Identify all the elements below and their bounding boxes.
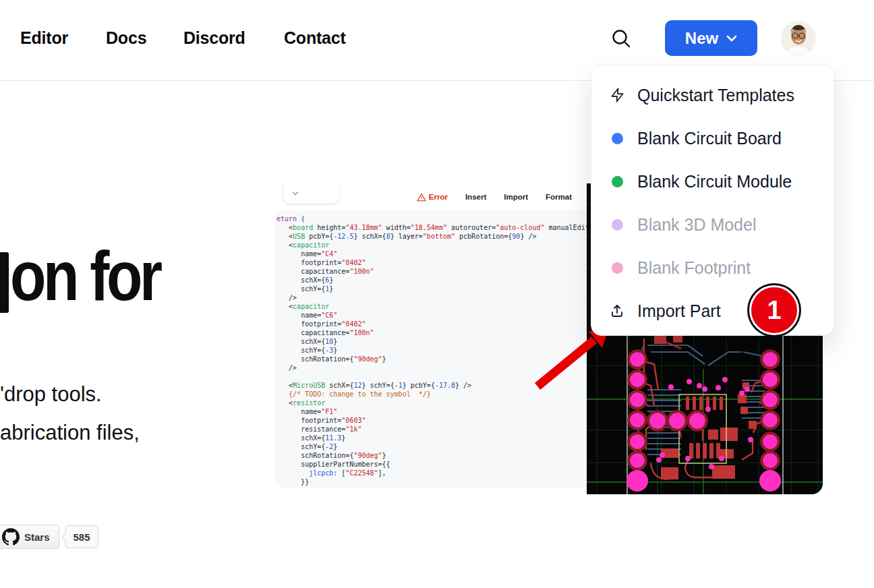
menu-item-quickstart-templates[interactable]: Quickstart Templates [591,74,834,117]
dot-icon [608,262,626,274]
page-paragraph: 'drop tools. abrication files, [0,375,140,452]
menu-item-blank-circuit-board[interactable]: Blank Circuit Board [591,117,834,160]
dot-icon [608,219,626,231]
menu-item-label: Blank Circuit Module [637,172,792,192]
lightning-icon [608,87,626,103]
page-heading: on for [10,240,160,313]
code-line [276,372,587,381]
menu-item-blank-3d-model: Blank 3D Model [591,203,834,246]
code-line: schRotation={"90deg"} [276,355,587,363]
menu-item-label: Blank 3D Model [637,215,756,235]
code-line: capacitance="100n" [276,267,587,276]
code-line: footprint="0603" [276,416,587,425]
code-line: schX={10} [276,337,587,346]
code-line: <capacitor [276,241,587,249]
code-line: schY={1} [276,285,587,293]
page: Editor Docs Discord Contact New on for '… [0,0,874,588]
insert-button: Insert [465,193,486,201]
menu-item-label: Import Part [637,301,721,321]
menu-item-label: Blank Circuit Board [637,129,782,148]
nav-link-docs[interactable]: Docs [106,28,146,48]
new-button-label: New [685,29,718,48]
dot-icon [608,133,626,144]
code-line: schY={-3} [276,346,587,355]
code-line: footprint="0402" [276,258,587,267]
code-line: schX={6} [276,276,587,285]
code-line: name="C6" [276,311,587,320]
code-line: /> [276,363,587,372]
code-line: <resistor [276,399,587,407]
github-stars-widget: Stars 585 [0,525,98,549]
error-label: Error [429,193,448,201]
code-line: resistance="1k" [276,425,587,434]
code-editor-screenshot: Error Insert Import Format eturn ( <boar… [275,183,587,494]
code-line: schX={11.3} [276,434,587,442]
code-line: }} [276,477,587,486]
github-stars-label: Stars [24,531,50,543]
code-line: <USB pcbY={-12.5} schX={8} layer="bottom… [276,232,587,241]
heading-partial-glyph [0,252,9,313]
new-dropdown-menu: Quickstart TemplatesBlank Circuit BoardB… [591,65,834,336]
code-lines: eturn ( <board height="43.18mm" width="1… [275,210,587,488]
github-stars-button[interactable]: Stars [0,525,59,549]
dropdown-menu-items: Quickstart TemplatesBlank Circuit BoardB… [591,74,834,332]
avatar[interactable] [781,21,816,56]
nav-link-discord[interactable]: Discord [183,28,245,48]
chevron-down-icon [726,35,737,42]
upload-icon [608,303,626,319]
paragraph-line: 'drop tools. [0,375,140,413]
code-line: <capacitor [276,302,587,311]
code-line: footprint="0402" [276,320,587,328]
new-button[interactable]: New [665,20,757,56]
menu-item-label: Blank Footprint [637,258,751,278]
chevron-down-icon [291,191,299,196]
code-line: supplierPartNumbers={{ [276,460,587,469]
editor-collapse-tab [283,183,339,204]
github-icon [2,528,20,546]
code-line: eturn ( [276,214,587,223]
code-line: /> [276,293,587,302]
dot-icon [608,176,626,187]
code-line: name="F1" [276,407,587,416]
code-line: schY={-2} [276,442,587,451]
nav-link-editor[interactable]: Editor [20,28,68,48]
github-stars-count[interactable]: 585 [65,525,98,548]
warning-icon [417,193,426,202]
code-line: schRotation={"90deg"} [276,451,587,460]
menu-item-blank-circuit-module[interactable]: Blank Circuit Module [591,160,834,203]
code-line: <board height="43.18mm" width="18.54mm" … [276,223,587,232]
annotation-badge: 1 [749,285,799,335]
code-line: jlcpcb: ["C22548"], [276,469,587,477]
import-button: Import [504,193,528,201]
search-icon[interactable] [610,28,632,49]
nav-link-contact[interactable]: Contact [284,28,346,48]
format-button: Format [546,193,572,201]
error-button: Error [417,193,448,202]
code-line: name="C4" [276,249,587,258]
code-line: <MicroUSB schX={12} schY={-1} pcbY={-17.… [276,381,587,390]
code-line: capacitance="100n" [276,328,587,337]
menu-item-label: Quickstart Templates [637,86,794,105]
menu-item-blank-footprint: Blank Footprint [591,246,834,289]
code-line: {/* TODO: change to the symbol */} [276,390,587,399]
paragraph-line: abrication files, [0,413,140,452]
